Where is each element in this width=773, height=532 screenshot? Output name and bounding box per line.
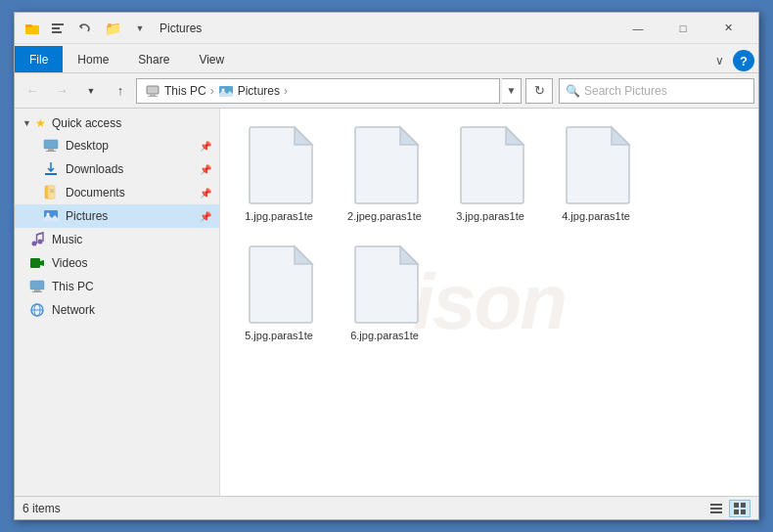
file-icon (244, 244, 314, 325)
sidebar-item-network[interactable]: Network (15, 298, 219, 322)
breadcrumb-sep2: › (284, 84, 288, 98)
sidebar-item-music[interactable]: Music (15, 228, 219, 251)
file-area: ison 1.jpg.paras1te 2.jpeg.paras1te 3.jp… (220, 109, 758, 496)
sidebar-item-desktop[interactable]: Desktop 📌 (15, 134, 219, 157)
svg-line-21 (37, 233, 44, 235)
svg-rect-7 (148, 96, 158, 97)
documents-pin-icon: 📌 (200, 188, 211, 199)
search-box[interactable]: 🔍 Search Pictures (559, 78, 754, 104)
file-item[interactable]: 1.jpg.paras1te (230, 118, 328, 230)
recent-locations-button[interactable]: ▼ (77, 77, 105, 105)
breadcrumb-thispc: This PC (145, 83, 206, 99)
tab-file[interactable]: File (15, 46, 63, 72)
thispc-label: This PC (52, 280, 94, 293)
main-area: ▼ ★ Quick access Desktop 📌 Downloads 📌 (15, 109, 758, 496)
music-icon (28, 231, 46, 248)
maximize-button[interactable]: □ (660, 13, 705, 44)
file-item[interactable]: 2.jpeg.paras1te (336, 118, 433, 230)
svg-rect-22 (30, 258, 40, 268)
window-icon (23, 19, 42, 38)
sidebar-section-quick-access[interactable]: ▼ ★ Quick access (15, 112, 219, 134)
svg-rect-33 (734, 503, 739, 508)
svg-point-20 (38, 240, 43, 244)
thispc-icon (28, 278, 46, 295)
quick-access-label: Quick access (52, 116, 121, 130)
svg-rect-1 (25, 24, 32, 27)
file-name: 5.jpg.paras1te (245, 329, 313, 342)
music-label: Music (52, 233, 82, 246)
pictures-icon (42, 207, 60, 225)
svg-rect-24 (30, 281, 44, 289)
file-name: 6.jpg.paras1te (350, 329, 419, 342)
network-icon (28, 301, 46, 319)
file-item[interactable]: 3.jpg.paras1te (441, 118, 539, 230)
back-button[interactable]: ← (19, 77, 46, 105)
window-controls: — □ ✕ (615, 13, 750, 44)
expand-arrow-icon: ▼ (23, 118, 31, 128)
file-icon (349, 125, 420, 205)
qat-undo[interactable] (73, 18, 97, 39)
svg-rect-6 (150, 94, 156, 96)
sidebar-item-pictures[interactable]: Pictures 📌 (15, 204, 219, 228)
file-name: 2.jpeg.paras1te (347, 209, 422, 223)
view-tiles-button[interactable] (729, 500, 750, 517)
file-item[interactable]: 5.jpg.paras1te (230, 238, 328, 349)
downloads-pin-icon: 📌 (200, 164, 211, 175)
ribbon-help-btn[interactable]: ? (733, 50, 754, 71)
svg-rect-30 (710, 504, 722, 506)
sidebar-item-documents[interactable]: Documents 📌 (15, 181, 219, 204)
qat-folder[interactable]: 📁 (101, 18, 124, 39)
window-title: Pictures (159, 22, 615, 35)
file-icon (349, 244, 420, 325)
forward-button[interactable]: → (48, 77, 75, 105)
view-details-button[interactable] (705, 500, 727, 517)
downloads-icon (42, 160, 60, 178)
minimize-button[interactable]: — (615, 13, 660, 44)
breadcrumb-pictures: Pictures (218, 83, 280, 99)
file-icon (455, 125, 525, 205)
ribbon: File Home Share View ∨ ? (15, 44, 758, 73)
file-item[interactable]: 4.jpg.paras1te (547, 118, 645, 230)
desktop-icon (42, 137, 60, 155)
explorer-window: 📁 ▼ Pictures — □ ✕ File Home Share View … (14, 12, 759, 520)
up-button[interactable]: ↑ (107, 77, 134, 105)
svg-rect-4 (52, 31, 62, 33)
tab-home[interactable]: Home (63, 46, 123, 72)
svg-rect-10 (44, 140, 58, 149)
tab-share[interactable]: Share (123, 46, 184, 72)
file-grid: 1.jpg.paras1te 2.jpeg.paras1te 3.jpg.par… (230, 118, 749, 350)
pictures-pin-icon: 📌 (200, 211, 211, 222)
svg-rect-34 (741, 503, 746, 508)
file-name: 4.jpg.paras1te (562, 209, 630, 223)
videos-label: Videos (52, 256, 87, 270)
sidebar-item-thispc[interactable]: This PC (15, 275, 219, 298)
qat-icon1 (46, 18, 69, 39)
qat-dropdown[interactable]: ▼ (128, 18, 152, 39)
desktop-label: Desktop (66, 139, 109, 153)
address-path[interactable]: This PC › Pictures › (136, 78, 500, 104)
refresh-button[interactable]: ↻ (525, 78, 553, 104)
address-dropdown-button[interactable]: ▼ (502, 78, 522, 104)
svg-rect-11 (48, 149, 54, 151)
documents-icon (42, 184, 60, 201)
breadcrumb-sep1: › (210, 84, 214, 98)
sidebar-item-videos[interactable]: Videos (15, 251, 219, 275)
search-icon: 🔍 (566, 84, 580, 98)
svg-rect-2 (52, 23, 64, 25)
svg-rect-35 (734, 510, 739, 514)
ribbon-tabs: File Home Share View ∨ ? (15, 44, 758, 72)
ribbon-expand-btn[interactable]: ∨ (705, 49, 733, 72)
status-bar: 6 items (15, 496, 758, 519)
close-button[interactable]: ✕ (705, 13, 750, 44)
file-item[interactable]: 6.jpg.paras1te (336, 238, 433, 349)
desktop-pin-icon: 📌 (200, 141, 211, 152)
documents-label: Documents (66, 186, 125, 200)
sidebar-item-downloads[interactable]: Downloads 📌 (15, 157, 219, 181)
videos-icon (28, 254, 46, 272)
tab-view[interactable]: View (184, 46, 239, 72)
star-icon: ★ (35, 116, 46, 130)
svg-rect-12 (46, 151, 56, 152)
search-placeholder: Search Pictures (584, 84, 667, 98)
quick-access-toolbar: 📁 ▼ (46, 18, 152, 39)
svg-marker-23 (40, 260, 44, 266)
